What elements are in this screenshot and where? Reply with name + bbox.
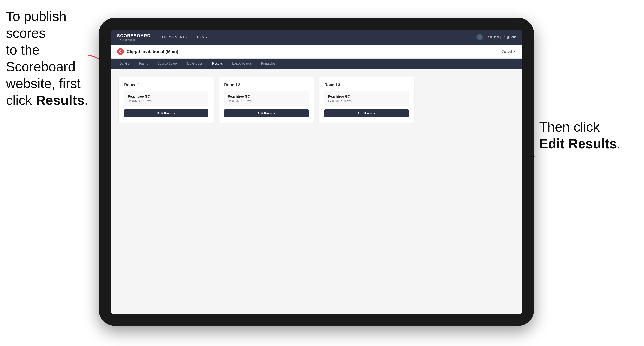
instruction-line-4-suffix: . [84, 93, 88, 108]
round-1-title: Round 1 [124, 83, 208, 87]
main-content: Round 1 Peachtree GC Gold (M) (7010 yds)… [111, 69, 522, 314]
instruction-left: To publish scores to the Scoreboard webs… [6, 8, 89, 109]
course-card-3: Peachtree GC Gold (M) (7010 yds) [324, 91, 409, 106]
tab-course-setup[interactable]: Course Setup [153, 59, 182, 69]
nav-teams[interactable]: TEAMS [195, 35, 207, 39]
edit-results-button-3[interactable]: Edit Results [324, 109, 409, 117]
tab-teams[interactable]: Teams [134, 59, 153, 69]
round-3-title: Round 3 [324, 83, 409, 87]
instruction-line-1: To publish scores [6, 9, 66, 40]
nav-links: TOURNAMENTS TEAMS [160, 35, 207, 39]
tournament-title-row: C Clippd Invitational (Main) [117, 48, 178, 55]
tab-tee-groups[interactable]: Tee Groups [182, 59, 208, 69]
logo-subtitle: Powered by clippd [117, 39, 150, 41]
round-card-3: Round 3 Peachtree GC Gold (M) (7010 yds)… [319, 77, 414, 123]
cancel-button[interactable]: Cancel ✕ [502, 50, 516, 54]
tablet-screen: SCOREBOARD Powered by clippd TOURNAMENTS… [111, 30, 522, 314]
course-details-3: Gold (M) (7010 yds) [328, 99, 405, 103]
instruction-edit-results-bold: Edit Results [539, 136, 617, 151]
instruction-then-click: Then click [539, 119, 600, 134]
course-name-1: Peachtree GC [128, 95, 205, 99]
tab-results[interactable]: Results [208, 59, 228, 69]
tournament-name: Clippd Invitational (Main) [126, 49, 178, 54]
cancel-icon: ✕ [513, 50, 516, 54]
tournament-icon: C [117, 48, 124, 55]
logo-area: SCOREBOARD Powered by clippd [117, 33, 150, 41]
sign-out-link[interactable]: Sign out [504, 35, 516, 39]
top-nav-right: 👤 Test User | Sign out [476, 34, 516, 40]
edit-results-button-2[interactable]: Edit Results [224, 109, 308, 117]
tab-bar: Details Teams Course Setup Tee Groups Re… [111, 59, 522, 69]
top-nav: SCOREBOARD Powered by clippd TOURNAMENTS… [111, 30, 522, 45]
course-name-3: Peachtree GC [328, 95, 405, 99]
nav-tournaments[interactable]: TOURNAMENTS [160, 35, 187, 39]
logo-block: SCOREBOARD Powered by clippd [117, 33, 150, 41]
instruction-line-2: to the Scoreboard [6, 42, 76, 74]
edit-results-button-1[interactable]: Edit Results [124, 109, 208, 117]
round-card-1: Round 1 Peachtree GC Gold (M) (7010 yds)… [119, 77, 214, 123]
cancel-label: Cancel [502, 50, 512, 53]
course-name-2: Peachtree GC [228, 95, 305, 99]
round-card-2: Round 2 Peachtree GC Gold (M) (7010 yds)… [219, 77, 314, 123]
round-2-title: Round 2 [224, 83, 308, 87]
tournament-header: C Clippd Invitational (Main) Cancel ✕ [111, 45, 522, 59]
tab-printables[interactable]: Printables [256, 59, 280, 69]
course-details-1: Gold (M) (7010 yds) [128, 99, 205, 103]
logo-text: SCOREBOARD [117, 33, 150, 38]
user-name: Test User | [486, 35, 501, 39]
tablet-frame: SCOREBOARD Powered by clippd TOURNAMENTS… [99, 18, 534, 326]
instruction-results-bold: Results [36, 93, 84, 108]
course-details-2: Gold (M) (7010 yds) [228, 99, 305, 103]
instruction-period: . [617, 136, 621, 151]
instruction-line-3: website, first [6, 76, 81, 91]
tab-leaderboards[interactable]: Leaderboards [228, 59, 256, 69]
user-avatar: 👤 [476, 34, 483, 40]
empty-slot [419, 77, 514, 123]
rounds-grid: Round 1 Peachtree GC Gold (M) (7010 yds)… [119, 77, 514, 123]
course-card-1: Peachtree GC Gold (M) (7010 yds) [124, 91, 208, 106]
course-card-2: Peachtree GC Gold (M) (7010 yds) [224, 91, 308, 106]
instruction-right: Then click Edit Results. [539, 119, 622, 152]
instruction-line-4-prefix: click [6, 93, 36, 108]
tab-details[interactable]: Details [115, 59, 134, 69]
